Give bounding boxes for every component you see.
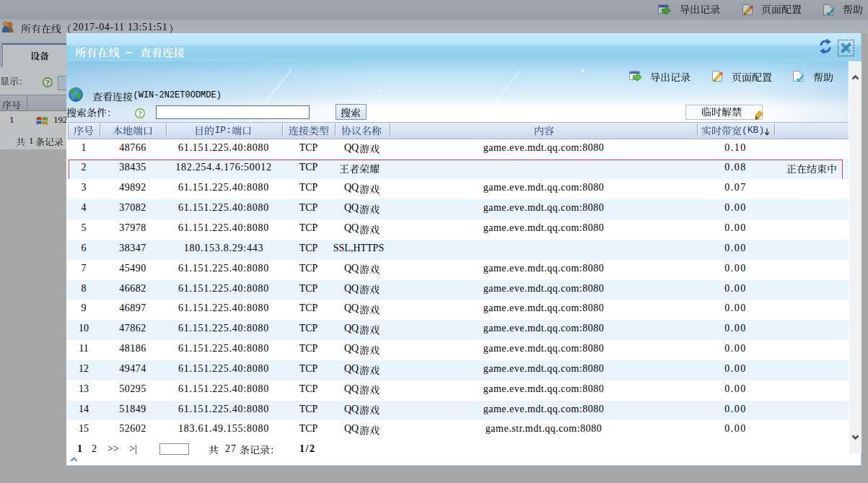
svg-text:?: ?	[138, 110, 141, 118]
